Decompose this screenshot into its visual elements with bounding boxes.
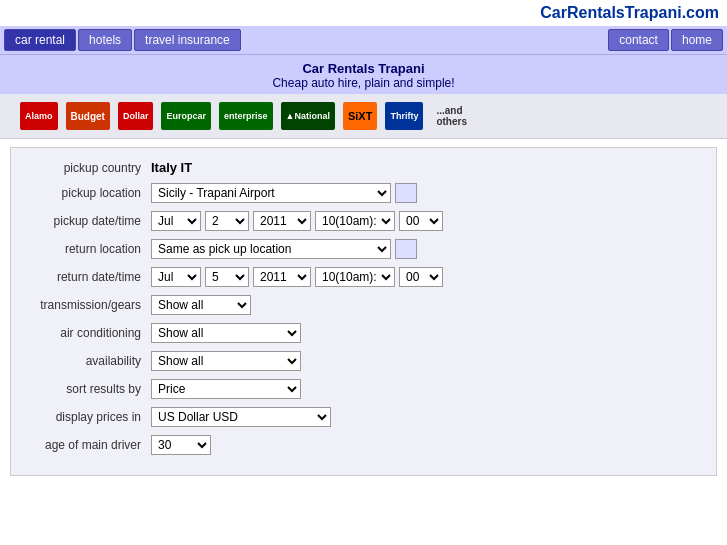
logo-bar: Alamo Budget Dollar Europcar enterprise … [0, 94, 727, 139]
logo-national: ▲National [281, 102, 335, 130]
transmission-select[interactable]: Show all Manual Automatic [151, 295, 251, 315]
age-select[interactable]: 2122232425 2627282930 3135404550 5560657… [151, 435, 211, 455]
pickup-location-label: pickup location [21, 186, 151, 200]
transmission-row: transmission/gears Show all Manual Autom… [11, 295, 716, 315]
search-form: pickup country Italy IT pickup location … [10, 147, 717, 476]
pickup-min-select[interactable]: 00153045 [399, 211, 443, 231]
pickup-day-select[interactable]: 1234567891011121314151617181920212223242… [205, 211, 249, 231]
nav-left: car rental hotels travel insurance [4, 29, 241, 51]
pickup-location-select[interactable]: Sicily - Trapani Airport Trapani City Pa… [151, 183, 391, 203]
currency-row: display prices in US Dollar USD Euro EUR… [11, 407, 716, 427]
nav-car-rental[interactable]: car rental [4, 29, 76, 51]
return-year-select[interactable]: 2010201120122013 [253, 267, 311, 287]
site-title: CarRentalsTrapani.com [540, 4, 719, 22]
nav-home[interactable]: home [671, 29, 723, 51]
availability-value: Show all Available only On request only [151, 351, 301, 371]
return-day-select[interactable]: 1234567891011121314151617181920212223242… [205, 267, 249, 287]
pickup-time-select[interactable]: 8(8am):9(9am):10(10am):11(11am):12(12pm)… [315, 211, 395, 231]
return-datetime-value: JanFebMarAprMayJunJulAugSepOctNovDec 123… [151, 267, 443, 287]
return-datetime-row: return date/time JanFebMarAprMayJunJulAu… [11, 267, 716, 287]
return-month-select[interactable]: JanFebMarAprMayJunJulAugSepOctNovDec [151, 267, 201, 287]
availability-row: availability Show all Available only On … [11, 351, 716, 371]
pickup-country-label: pickup country [21, 161, 151, 175]
header-section: Car Rentals Trapani Cheap auto hire, pla… [0, 54, 727, 94]
header-tagline: Cheap auto hire, plain and simple! [0, 76, 727, 90]
sort-label: sort results by [21, 382, 151, 396]
pickup-country-row: pickup country Italy IT [11, 160, 716, 175]
pickup-location-btn[interactable] [395, 183, 417, 203]
air-conditioning-row: air conditioning Show all Yes No [11, 323, 716, 343]
pickup-month-select[interactable]: JanFebMarAprMayJunJulAugSepOctNovDec [151, 211, 201, 231]
air-conditioning-label: air conditioning [21, 326, 151, 340]
logo-dollar: Dollar [118, 102, 154, 130]
return-location-value: Same as pick up location Different locat… [151, 239, 417, 259]
age-value: 2122232425 2627282930 3135404550 5560657… [151, 435, 211, 455]
pickup-location-row: pickup location Sicily - Trapani Airport… [11, 183, 716, 203]
air-conditioning-select[interactable]: Show all Yes No [151, 323, 301, 343]
age-row: age of main driver 2122232425 2627282930… [11, 435, 716, 455]
nav-hotels[interactable]: hotels [78, 29, 132, 51]
sort-select[interactable]: Price Availability Car type [151, 379, 301, 399]
transmission-label: transmission/gears [21, 298, 151, 312]
pickup-datetime-label: pickup date/time [21, 214, 151, 228]
pickup-datetime-row: pickup date/time JanFebMarAprMayJunJulAu… [11, 211, 716, 231]
currency-value: US Dollar USD Euro EUR British Pound GBP [151, 407, 331, 427]
pickup-datetime-value: JanFebMarAprMayJunJulAugSepOctNovDec 123… [151, 211, 443, 231]
pickup-year-select[interactable]: 2010201120122013 [253, 211, 311, 231]
return-time-select[interactable]: 8(8am):9(9am):10(10am):11(11am):12(12pm)… [315, 267, 395, 287]
header-site-name: Car Rentals Trapani [0, 61, 727, 76]
transmission-value: Show all Manual Automatic [151, 295, 251, 315]
air-conditioning-value: Show all Yes No [151, 323, 301, 343]
return-location-select[interactable]: Same as pick up location Different locat… [151, 239, 391, 259]
return-location-btn[interactable] [395, 239, 417, 259]
return-location-row: return location Same as pick up location… [11, 239, 716, 259]
logo-others: ...andothers [431, 102, 472, 130]
return-min-select[interactable]: 00153045 [399, 267, 443, 287]
pickup-location-value: Sicily - Trapani Airport Trapani City Pa… [151, 183, 417, 203]
logo-thrifty: Thrifty [385, 102, 423, 130]
sort-row: sort results by Price Availability Car t… [11, 379, 716, 399]
logo-alamo: Alamo [20, 102, 58, 130]
currency-select[interactable]: US Dollar USD Euro EUR British Pound GBP [151, 407, 331, 427]
logo-budget: Budget [66, 102, 110, 130]
availability-label: availability [21, 354, 151, 368]
nav-right: contact home [608, 29, 723, 51]
logo-enterprise: enterprise [219, 102, 273, 130]
nav-bar: car rental hotels travel insurance conta… [0, 26, 727, 54]
age-label: age of main driver [21, 438, 151, 452]
pickup-country-value: Italy IT [151, 160, 192, 175]
return-datetime-label: return date/time [21, 270, 151, 284]
nav-travel-insurance[interactable]: travel insurance [134, 29, 241, 51]
availability-select[interactable]: Show all Available only On request only [151, 351, 301, 371]
currency-label: display prices in [21, 410, 151, 424]
logo-sixt: SiXT [343, 102, 377, 130]
nav-contact[interactable]: contact [608, 29, 669, 51]
pickup-country-text: Italy IT [151, 160, 192, 175]
return-location-label: return location [21, 242, 151, 256]
logo-europcar: Europcar [161, 102, 211, 130]
sort-value: Price Availability Car type [151, 379, 301, 399]
top-bar: CarRentalsTrapani.com [0, 0, 727, 26]
